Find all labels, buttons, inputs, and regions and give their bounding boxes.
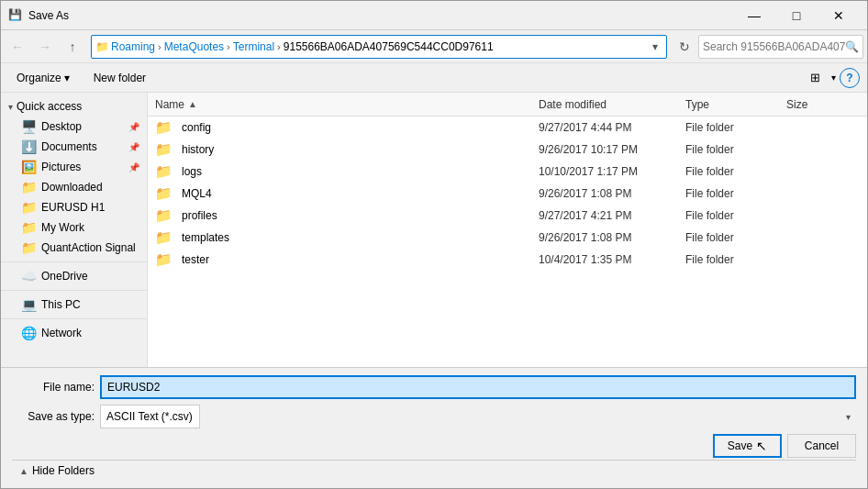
hide-folders-chevron-icon: ▲: [19, 466, 28, 476]
savetype-select[interactable]: ASCII Text (*.csv): [100, 405, 200, 428]
file-name-label: history: [182, 143, 214, 156]
table-row[interactable]: 📁 history 9/26/2017 10:17 PM File folder: [148, 139, 867, 161]
file-name-cell: 📁 tester: [155, 251, 539, 268]
help-button[interactable]: ?: [840, 68, 860, 88]
address-toolbar: ← → ↑ 📁 Roaming › MetaQuotes › Terminal …: [1, 30, 867, 63]
close-button[interactable]: ✕: [818, 1, 860, 30]
table-row[interactable]: 📁 profiles 9/27/2017 4:21 PM File folder: [148, 205, 867, 227]
sidebar-item-onedrive[interactable]: ☁️ OneDrive: [1, 266, 147, 286]
save-label: Save: [728, 439, 752, 452]
sidebar-item-desktop[interactable]: 🖥️ Desktop 📌: [1, 117, 147, 137]
address-bar[interactable]: 📁 Roaming › MetaQuotes › Terminal › 9155…: [91, 35, 667, 59]
bottom-panel: File name: Save as type: ASCII Text (*.c…: [1, 367, 867, 488]
organize-button[interactable]: Organize ▾: [8, 67, 78, 89]
file-list-header: Name ▲ Date modified Type Size: [148, 93, 867, 117]
sidebar-thispc-label: This PC: [41, 298, 139, 311]
file-date-cell: 10/10/2017 1:17 PM: [539, 165, 685, 178]
breadcrumb-metaquotes[interactable]: MetaQuotes: [164, 40, 224, 53]
quick-access-label: Quick access: [17, 100, 82, 113]
savetype-dropdown-icon: ▾: [846, 412, 851, 422]
col-header-date[interactable]: Date modified: [539, 98, 685, 111]
organize-chevron-icon: ▾: [64, 72, 70, 84]
title-bar-controls: — □ ✕: [733, 1, 860, 30]
file-name-label: templates: [182, 231, 229, 244]
save-button[interactable]: Save ↖: [713, 434, 782, 458]
pictures-icon: 🖼️: [21, 160, 37, 174]
up-button[interactable]: ↑: [60, 34, 85, 60]
hide-folders-label: Hide Folders: [32, 464, 95, 477]
sidebar-onedrive-label: OneDrive: [41, 270, 139, 283]
bottom-buttons: Save ↖ Cancel: [12, 434, 856, 458]
hide-folders-row[interactable]: ▲ Hide Folders: [12, 460, 856, 481]
col-header-name[interactable]: Name ▲: [155, 98, 539, 111]
title-bar: 💾 Save As — □ ✕: [1, 1, 867, 30]
breadcrumb-terminal[interactable]: Terminal: [233, 40, 274, 53]
folder-icon: 📁: [155, 251, 172, 268]
cancel-button[interactable]: Cancel: [787, 434, 856, 458]
file-name-cell: 📁 history: [155, 141, 539, 158]
table-row[interactable]: 📁 tester 10/4/2017 1:35 PM File folder: [148, 249, 867, 271]
sidebar-eurusd-label: EURUSD H1: [41, 201, 139, 214]
folder-icon: 📁: [155, 163, 172, 180]
file-date-cell: 9/26/2017 1:08 PM: [539, 231, 685, 244]
downloaded-icon: 📁: [21, 180, 37, 194]
search-input[interactable]: [703, 40, 845, 53]
breadcrumb-sep-2: ›: [227, 41, 230, 52]
table-row[interactable]: 📁 config 9/27/2017 4:44 PM File folder: [148, 117, 867, 139]
table-row[interactable]: 📁 templates 9/26/2017 1:08 PM File folde…: [148, 227, 867, 249]
documents-pin-icon: 📌: [128, 142, 139, 152]
sidebar-item-thispc[interactable]: 💻 This PC: [1, 295, 147, 315]
sidebar-item-documents[interactable]: ⬇️ Documents 📌: [1, 137, 147, 157]
quick-access-chevron-icon: ▾: [8, 102, 13, 112]
sidebar-downloaded-label: Downloaded: [41, 181, 139, 194]
sidebar-divider-3: [1, 318, 147, 319]
sidebar-item-eurusd[interactable]: 📁 EURUSD H1: [1, 197, 147, 217]
view-toggle-button[interactable]: ⊞: [802, 67, 828, 89]
maximize-button[interactable]: □: [775, 1, 818, 30]
new-folder-button[interactable]: New folder: [85, 67, 154, 89]
address-dropdown-arrow[interactable]: ▾: [648, 40, 662, 53]
organize-label: Organize: [17, 72, 61, 84]
breadcrumb-current: 915566BA06ADA407569C544CC0D97611: [284, 40, 494, 53]
table-row[interactable]: 📁 logs 10/10/2017 1:17 PM File folder: [148, 161, 867, 183]
toolbar-right: ⊞ ▾ ?: [802, 67, 860, 89]
sidebar-item-quantaction[interactable]: 📁 QuantAction Signal: [1, 238, 147, 258]
main-content: ▾ Quick access 🖥️ Desktop 📌 ⬇️ Documents…: [1, 93, 867, 367]
file-type-cell: File folder: [685, 187, 786, 200]
sidebar-item-pictures[interactable]: 🖼️ Pictures 📌: [1, 157, 147, 177]
forward-button[interactable]: →: [32, 34, 58, 60]
refresh-button[interactable]: ↻: [673, 35, 696, 59]
organize-toolbar: Organize ▾ New folder ⊞ ▾ ?: [1, 63, 867, 93]
sidebar-item-mywork[interactable]: 📁 My Work: [1, 217, 147, 238]
back-button[interactable]: ←: [5, 34, 30, 60]
search-bar: 🔍: [698, 35, 863, 59]
file-name-cell: 📁 MQL4: [155, 185, 539, 202]
search-icon: 🔍: [845, 40, 859, 53]
sidebar-item-network[interactable]: 🌐 Network: [1, 323, 147, 343]
file-list: Name ▲ Date modified Type Size 📁 config: [148, 93, 867, 367]
sidebar-desktop-label: Desktop: [41, 120, 126, 133]
quick-access-section[interactable]: ▾ Quick access: [1, 96, 147, 117]
file-date-cell: 9/27/2017 4:44 PM: [539, 121, 685, 134]
sidebar-item-downloaded[interactable]: 📁 Downloaded: [1, 177, 147, 197]
eurusd-icon: 📁: [21, 200, 37, 215]
breadcrumb-roaming[interactable]: Roaming: [111, 40, 155, 53]
breadcrumb-sep-3: ›: [277, 41, 281, 52]
view-dropdown-icon[interactable]: ▾: [831, 72, 836, 83]
minimize-button[interactable]: —: [733, 1, 775, 30]
sidebar-divider-2: [1, 290, 147, 291]
file-rows-container: 📁 config 9/27/2017 4:44 PM File folder 📁…: [148, 117, 867, 271]
file-date-cell: 9/26/2017 10:17 PM: [539, 143, 685, 156]
folder-icon: 📁: [155, 141, 172, 158]
quantaction-icon: 📁: [21, 240, 37, 255]
savetype-label: Save as type:: [12, 410, 95, 423]
table-row[interactable]: 📁 MQL4 9/26/2017 1:08 PM File folder: [148, 183, 867, 205]
col-header-size[interactable]: Size: [786, 98, 860, 111]
sidebar: ▾ Quick access 🖥️ Desktop 📌 ⬇️ Documents…: [1, 93, 148, 367]
save-as-dialog: 💾 Save As — □ ✕ ← → ↑ 📁 Roaming › MetaQu…: [0, 0, 868, 489]
col-header-type[interactable]: Type: [685, 98, 786, 111]
onedrive-icon: ☁️: [21, 269, 37, 283]
filename-input[interactable]: [100, 375, 856, 399]
file-name-label: logs: [182, 165, 202, 178]
file-date-cell: 9/27/2017 4:21 PM: [539, 209, 685, 222]
